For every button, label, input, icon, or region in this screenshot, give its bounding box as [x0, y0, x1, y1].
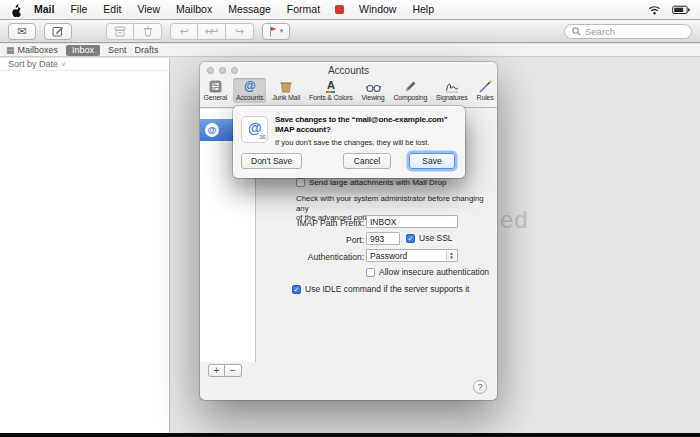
prefs-tab-composing-label: Composing [394, 94, 428, 101]
close-button[interactable] [207, 67, 214, 74]
mailboxes-toggle[interactable]: ▦ Mailboxes [6, 45, 58, 55]
port-value: 993 [370, 234, 384, 244]
red-menubar-icon[interactable] [335, 5, 344, 14]
mail-account-dialog-icon: @ ✉ [241, 116, 268, 143]
prefs-tab-signatures[interactable]: Signatures [433, 78, 470, 103]
fonts-colors-icon: A [327, 80, 335, 90]
accounts-at-icon: @ [244, 80, 256, 93]
menu-item-window[interactable]: Window [351, 0, 404, 19]
preferences-toolbar: General @ Accounts Junk Mail A [200, 78, 497, 108]
viewing-glasses-icon [366, 81, 381, 93]
prefs-tab-accounts-label: Accounts [236, 94, 263, 101]
apple-logo-icon [10, 3, 22, 17]
mail-toolbar: ✉ [0, 20, 700, 43]
compose-button[interactable] [44, 23, 72, 40]
prefs-tab-viewing-label: Viewing [362, 94, 385, 101]
authentication-select[interactable]: Password ▲▼ [366, 249, 458, 262]
account-list-actions: + − [208, 364, 242, 377]
mailboxes-label: Mailboxes [18, 45, 59, 55]
reply-button[interactable]: ↩ [170, 23, 198, 40]
prefs-tab-junk-mail-label: Junk Mail [272, 94, 300, 101]
use-ssl-checkbox[interactable]: ✓ [406, 234, 415, 243]
trash-button[interactable] [134, 23, 162, 40]
mail-drop-row: Send large attachments with Mail Drop [296, 178, 446, 187]
cancel-button[interactable]: Cancel [343, 153, 391, 169]
sort-by-date-control[interactable]: Sort by Date ˅ [0, 58, 169, 71]
tab-inbox[interactable]: Inbox [66, 45, 100, 56]
prefs-tab-signatures-label: Signatures [436, 94, 467, 101]
forward-button[interactable]: ↪ [226, 23, 254, 40]
flag-button[interactable]: ▾ [262, 23, 290, 40]
sort-chevron-icon: ˅ [61, 60, 66, 69]
general-icon [209, 80, 222, 93]
prefs-tab-rules[interactable]: Rules [474, 78, 497, 103]
menu-item-edit[interactable]: Edit [95, 0, 129, 19]
wifi-icon[interactable] [648, 5, 661, 15]
reply-all-button[interactable]: ↩↩ [198, 23, 226, 40]
prefs-tab-general[interactable]: General [201, 78, 231, 103]
tab-sent[interactable]: Sent [108, 45, 127, 55]
menu-item-view[interactable]: View [129, 0, 168, 19]
save-button[interactable]: Save [409, 153, 455, 169]
prefs-tab-rules-label: Rules [477, 94, 494, 101]
dont-save-button[interactable]: Don't Save [241, 153, 302, 169]
envelope-icon: ✉ [17, 25, 26, 38]
watermark-text: ed [500, 206, 529, 234]
archive-button[interactable] [106, 23, 134, 40]
reply-icon: ↩ [179, 26, 188, 37]
dialog-message: If you don't save the changes, they will… [275, 138, 459, 147]
menu-item-mailbox[interactable]: Mailbox [168, 0, 220, 19]
prefs-tab-accounts[interactable]: @ Accounts [233, 78, 266, 103]
window-controls [207, 67, 238, 74]
message-list-column: Sort by Date ˅ [0, 58, 170, 433]
forward-icon: ↪ [235, 26, 244, 37]
prefs-tab-composing[interactable]: Composing [391, 78, 431, 103]
favorites-bar: ▦ Mailboxes Inbox Sent Drafts [0, 44, 700, 57]
insecure-auth-label: Allow insecure authentication [379, 267, 489, 277]
dialog-envelope-icon: ✉ [259, 133, 266, 142]
battery-icon[interactable] [672, 5, 690, 15]
chevron-down-icon: ▾ [280, 27, 284, 35]
insecure-auth-checkbox[interactable] [366, 268, 375, 277]
rules-icon [479, 80, 492, 93]
dialog-title: Save changes to the “mail@one-example.co… [275, 115, 459, 135]
use-ssl-row: ✓ Use SSL [406, 233, 453, 243]
mailboxes-grid-icon: ▦ [6, 45, 15, 55]
menu-bar: Mail File Edit View Mailbox Message Form… [0, 0, 700, 20]
junk-mail-icon [279, 80, 293, 93]
authentication-value: Password [370, 251, 407, 261]
reply-all-icon: ↩↩ [205, 26, 218, 37]
mail-drop-checkbox[interactable] [296, 178, 305, 187]
help-button[interactable]: ? [473, 380, 487, 394]
port-field[interactable]: 993 [366, 232, 400, 245]
add-account-button[interactable]: + [208, 364, 225, 377]
menu-item-help[interactable]: Help [404, 0, 442, 19]
flag-icon [269, 26, 277, 37]
archive-icon [114, 26, 126, 37]
imap-path-field[interactable]: INBOX [366, 215, 458, 228]
pencil-icon [52, 25, 64, 37]
idle-checkbox[interactable]: ✓ [292, 285, 301, 294]
prefs-tab-general-label: General [204, 94, 228, 101]
menubar-status-area [648, 5, 694, 15]
search-input[interactable]: Search [564, 24, 692, 39]
imap-path-value: INBOX [370, 217, 396, 227]
prefs-tab-junk-mail[interactable]: Junk Mail [269, 78, 303, 103]
port-label: Port: [238, 235, 364, 245]
remove-account-button[interactable]: − [225, 364, 242, 377]
menu-item-mail[interactable]: Mail [28, 0, 62, 19]
prefs-tab-fonts-colors[interactable]: A Fonts & Colors [306, 78, 356, 103]
prefs-tab-fonts-colors-label: Fonts & Colors [309, 94, 353, 101]
menu-item-message[interactable]: Message [220, 0, 279, 19]
imap-path-label: IMAP Path Prefix: [238, 218, 364, 228]
tab-drafts[interactable]: Drafts [135, 45, 159, 55]
preferences-title-bar[interactable]: Accounts [200, 62, 497, 78]
menu-item-format[interactable]: Format [279, 0, 328, 19]
menu-item-file[interactable]: File [62, 0, 95, 19]
fonts-colors-bar-icon [326, 91, 335, 93]
zoom-button[interactable] [231, 67, 238, 74]
prefs-tab-viewing[interactable]: Viewing [359, 78, 388, 103]
apple-menu[interactable] [6, 3, 28, 17]
minimize-button[interactable] [219, 67, 226, 74]
get-mail-button[interactable]: ✉ [8, 23, 36, 40]
